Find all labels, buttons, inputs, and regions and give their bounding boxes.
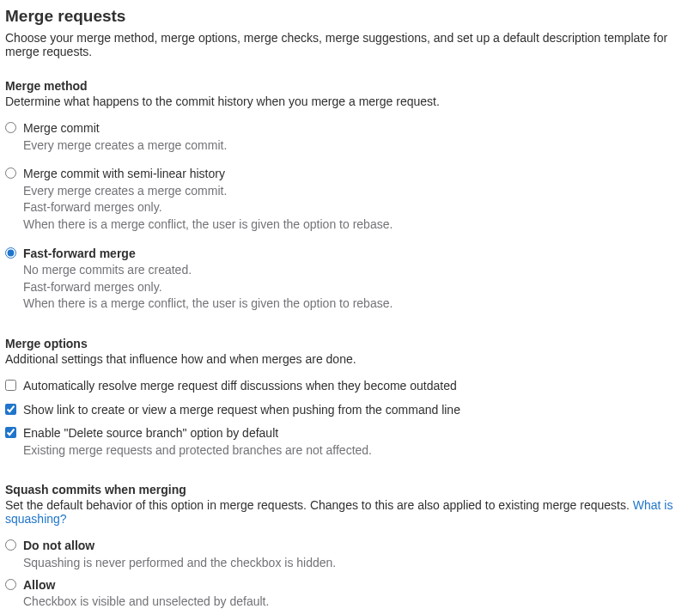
merge-method-option-merge-commit[interactable]: Merge commit Every merge creates a merge… <box>5 120 695 154</box>
radio-merge-commit[interactable] <box>5 122 16 133</box>
checkbox-show-link[interactable] <box>5 404 16 415</box>
squash-option-allow[interactable]: Allow Checkbox is visible and unselected… <box>5 577 695 611</box>
squash-heading: Squash commits when merging <box>5 483 695 496</box>
option-label: Show link to create or view a merge requ… <box>23 402 695 419</box>
option-help: Checkbox is visible and unselected by de… <box>23 594 695 611</box>
option-help: Fast-forward merges only. <box>23 199 695 216</box>
radio-semi-linear[interactable] <box>5 167 16 179</box>
merge-method-description: Determine what happens to the commit his… <box>5 94 695 108</box>
option-label: Do not allow <box>23 538 695 555</box>
option-label: Automatically resolve merge request diff… <box>23 378 695 395</box>
option-help: No merge commits are created. <box>23 262 695 279</box>
checkbox-auto-resolve[interactable] <box>5 380 16 391</box>
option-help: Every merge creates a merge commit. <box>23 137 695 155</box>
option-label: Merge commit with semi-linear history <box>23 166 695 183</box>
page-description: Choose your merge method, merge options,… <box>5 31 695 58</box>
page-title: Merge requests <box>5 7 695 26</box>
merge-option-delete-source-branch[interactable]: Enable "Delete source branch" option by … <box>5 425 695 459</box>
merge-method-option-fast-forward[interactable]: Fast-forward merge No merge commits are … <box>5 246 695 313</box>
option-label: Allow <box>23 577 695 594</box>
radio-do-not-allow[interactable] <box>5 539 16 551</box>
option-help: Every merge creates a merge commit. <box>23 183 695 200</box>
option-help: Fast-forward merges only. <box>23 279 695 296</box>
checkbox-delete-source-branch[interactable] <box>5 427 16 438</box>
radio-fast-forward[interactable] <box>5 247 16 259</box>
squash-description: Set the default behavior of this option … <box>5 498 695 526</box>
option-help: Squashing is never performed and the che… <box>23 555 695 572</box>
squash-option-do-not-allow[interactable]: Do not allow Squashing is never performe… <box>5 538 695 571</box>
option-label: Merge commit <box>23 120 695 137</box>
merge-option-auto-resolve[interactable]: Automatically resolve merge request diff… <box>5 378 695 395</box>
radio-allow[interactable] <box>5 579 16 590</box>
merge-method-heading: Merge method <box>5 79 695 93</box>
merge-method-option-semi-linear[interactable]: Merge commit with semi-linear history Ev… <box>5 166 695 233</box>
option-help: When there is a merge conflict, the user… <box>23 216 695 234</box>
option-help: When there is a merge conflict, the user… <box>23 295 695 313</box>
merge-options-description: Additional settings that influence how a… <box>5 352 695 366</box>
option-label: Fast-forward merge <box>23 246 695 263</box>
option-label: Enable "Delete source branch" option by … <box>23 425 695 442</box>
option-help: Existing merge requests and protected br… <box>23 442 695 460</box>
merge-options-heading: Merge options <box>5 337 695 350</box>
squash-desc-text: Set the default behavior of this option … <box>5 498 633 512</box>
merge-option-show-link[interactable]: Show link to create or view a merge requ… <box>5 402 695 419</box>
